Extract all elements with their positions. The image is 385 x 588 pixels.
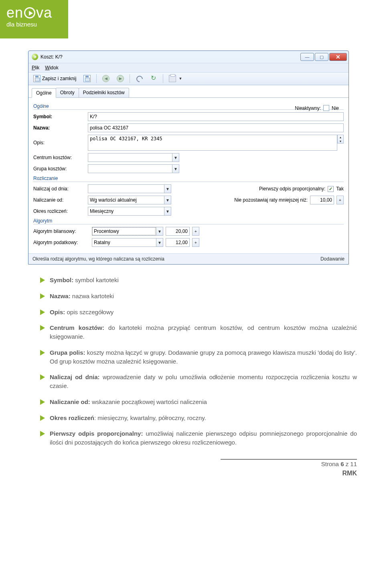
chevron-down-icon: ▼	[339, 139, 342, 143]
naliczanie-dropdown[interactable]: ▼	[164, 196, 171, 204]
alg-bil-num[interactable]	[166, 227, 190, 236]
refresh-icon	[150, 75, 157, 82]
toolbar: Zapisz i zamknij Zapisz i zamknij ◄ ► ▼	[28, 72, 349, 85]
brand-logo: enva dla biznesu	[0, 0, 68, 38]
bullet-icon	[40, 325, 45, 331]
titlebar: Koszt: K/? — ▢ ✕	[28, 51, 349, 63]
naliczaj-label: Naliczaj od dnia:	[33, 186, 85, 192]
bullet-icon	[40, 374, 45, 380]
centrum-input[interactable]	[88, 153, 172, 162]
tab-podzielniki[interactable]: Podzielniki kosztów	[79, 88, 129, 97]
symbol-input[interactable]	[88, 112, 344, 121]
opis-input[interactable]: polisa OC 432167, KR 2345	[88, 135, 337, 151]
group-rozliczanie: Rozliczanie Rozliczanie	[33, 176, 344, 182]
doc-term: Centrum kosztów:	[50, 324, 104, 331]
menu-plik[interactable]: PPliklik	[32, 65, 39, 71]
doc-term: Grupa polis:	[50, 349, 85, 356]
alg-pod-dropdown[interactable]: ▼	[156, 238, 163, 247]
page-number: 6	[340, 461, 344, 467]
opis-label: Opis:	[33, 140, 85, 145]
okres-dropdown[interactable]: ▼	[164, 207, 171, 216]
alg-pod-plus[interactable]: +	[192, 238, 199, 247]
minimize-button[interactable]: —	[300, 53, 314, 61]
doc-term: Opis:	[50, 309, 65, 315]
doc-text: wskazanie początkowej wartości naliczeni…	[90, 398, 207, 405]
alg-pod-label: Algorytm podatkowy:	[33, 240, 89, 245]
naliczaj-input[interactable]	[88, 184, 164, 193]
doc-text: nazwa kartoteki	[71, 293, 114, 299]
niepoz-plus[interactable]: +	[336, 196, 344, 204]
symbol-label: Symbol:	[33, 114, 85, 119]
toolbar-divider	[130, 74, 130, 83]
save-close-button[interactable]: Zapisz i zamknij Zapisz i zamknij	[31, 74, 79, 83]
save-icon	[33, 75, 41, 82]
bullet-icon	[40, 415, 45, 421]
tab-obroty[interactable]: Obroty	[56, 88, 79, 97]
opis-scroll[interactable]: ▲▼	[337, 135, 344, 143]
doc-term: Pierwszy odpis proporcjonalny:	[50, 430, 143, 437]
footer-rmk: RMK	[0, 470, 357, 477]
doc-bullets: Symbol: symbol kartoteki Nazwa: nazwa ka…	[40, 276, 357, 447]
menu-bar: PPliklik WWidokidok	[28, 63, 349, 72]
naliczanie-input[interactable]	[88, 196, 164, 204]
nieaktywny-value: Nie	[332, 105, 339, 111]
nieaktywny-label: Nieaktywny:	[295, 105, 321, 111]
arrow-right-icon: ►	[117, 75, 124, 82]
doc-text: opis szczegółowy	[65, 309, 113, 315]
group-algorytm: Algorytm Algorytm	[33, 218, 344, 224]
bullet-icon	[40, 431, 45, 436]
bullet-icon	[40, 293, 45, 299]
okres-input[interactable]	[88, 207, 164, 216]
pierwszy-value: Tak	[336, 186, 344, 192]
refresh-button[interactable]	[148, 74, 160, 83]
close-button[interactable]: ✕	[329, 53, 347, 61]
window-title: Koszt: K/?	[41, 54, 63, 60]
alg-pod-input[interactable]	[92, 238, 156, 247]
page-footer: Strona 6 z 11Strona 6 z 11 RMK	[0, 459, 357, 477]
nieaktywny-checkbox[interactable]	[323, 105, 329, 111]
niepoz-input[interactable]	[310, 196, 334, 204]
doc-text: koszty można łączyć w grupy. Dodawanie g…	[50, 349, 357, 365]
menu-widok[interactable]: WWidokidok	[45, 65, 58, 71]
doc-text: symbol kartoteki	[73, 277, 119, 283]
status-bar: Określa rodzaj algorytmu, wg którego nal…	[28, 253, 349, 264]
logo-text: enva	[6, 6, 63, 20]
okres-label: Okres rozliczeń:	[33, 208, 85, 214]
chevron-up-icon: ▲	[339, 135, 342, 139]
pierwszy-label: Pierwszy odpis proporcjonalny:	[259, 186, 325, 192]
tab-ogolne[interactable]: Ogólne	[32, 88, 56, 98]
centrum-label: Centrum kosztów:	[33, 155, 85, 160]
centrum-dropdown[interactable]: ▼	[172, 153, 179, 162]
doc-term: Nazwa:	[50, 293, 71, 299]
bullet-icon	[40, 399, 45, 405]
alg-bil-dropdown[interactable]: ▼	[156, 227, 163, 236]
niepoz-label: Nie pozostawiaj raty mniejszej niż:	[234, 197, 308, 203]
alg-bil-plus[interactable]: +	[192, 227, 199, 236]
alg-pod-num[interactable]	[166, 238, 190, 247]
nazwa-label: Nazwa:	[33, 125, 85, 131]
print-button[interactable]: ▼	[166, 74, 184, 83]
grupa-dropdown[interactable]: ▼	[172, 164, 179, 173]
doc-term: Symbol:	[50, 277, 73, 283]
forward-button[interactable]: ►	[114, 74, 126, 83]
nazwa-input[interactable]	[88, 123, 344, 132]
maximize-button[interactable]: ▢	[315, 53, 328, 61]
toolbar-divider	[96, 74, 97, 83]
play-icon	[24, 7, 35, 18]
wrench-icon	[136, 75, 143, 82]
grupa-input[interactable]	[88, 164, 172, 173]
status-left: Określa rodzaj algorytmu, wg którego nal…	[32, 256, 164, 262]
app-window: Koszt: K/? — ▢ ✕ PPliklik WWidokidok Zap…	[28, 51, 349, 265]
doc-term: Naliczanie od:	[50, 398, 90, 405]
doc-text: : miesięczny, kwartalny, półroczny, rocz…	[94, 414, 206, 421]
back-button[interactable]: ◄	[100, 74, 112, 83]
status-right: Dodawanie	[320, 256, 344, 262]
save-button[interactable]	[81, 74, 93, 83]
alg-bil-input[interactable]	[92, 227, 156, 236]
doc-term: Okres rozliczeń	[50, 414, 94, 421]
naliczaj-dropdown[interactable]: ▼	[164, 184, 171, 193]
tools-button[interactable]	[133, 74, 145, 83]
pierwszy-checkbox[interactable]: ✓	[328, 186, 334, 192]
arrow-left-icon: ◄	[102, 75, 109, 82]
printer-icon	[169, 75, 176, 82]
